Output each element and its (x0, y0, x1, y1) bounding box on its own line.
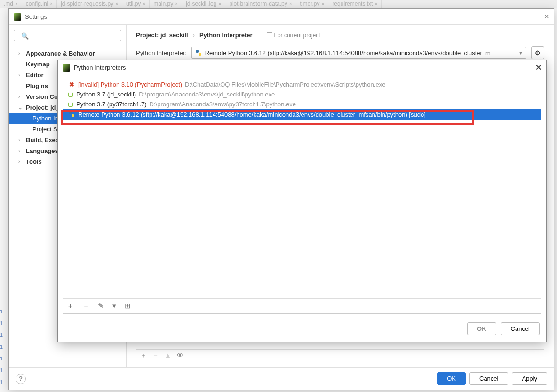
background-editor-tabs: .md× config.ini× jd-spider-requests.py× … (0, 0, 557, 8)
invalid-icon: ✖ (68, 80, 75, 88)
python-icon (68, 111, 75, 118)
breadcrumb-page: Python Interpreter (199, 32, 253, 39)
breadcrumb-project: Project: jd_seckill (136, 32, 188, 39)
app-icon (63, 64, 70, 72)
dialog-footer: ? OK Cancel Apply (9, 367, 554, 390)
ok-button[interactable]: OK (437, 372, 466, 385)
python-interpreters-dialog: Python Interpreters ✕ ✖ [invalid] Python… (57, 60, 547, 342)
interpreter-item-selected[interactable]: Remote Python 3.6.12 (sftp://kaka@192.16… (63, 109, 541, 120)
copy-icon (267, 32, 272, 38)
dialog-titlebar: Settings × (9, 9, 554, 25)
editor-tab[interactable]: requirements.txt× (328, 0, 382, 8)
close-icon[interactable]: ✕ (535, 63, 541, 72)
remove-interpreter-button[interactable]: － (82, 302, 89, 311)
upgrade-package-button[interactable]: ▲ (165, 352, 171, 360)
filter-button[interactable]: ▾ (112, 302, 116, 311)
editor-tab[interactable]: .md× (0, 0, 22, 8)
cancel-button[interactable]: Cancel (501, 322, 540, 335)
popup-title: Python Interpreters (74, 64, 126, 71)
search-input[interactable] (14, 30, 121, 41)
interpreter-list[interactable]: ✖ [invalid] Python 3.10 (PycharmProject)… (63, 77, 541, 298)
chevron-down-icon: ▼ (518, 50, 523, 56)
popup-footer: OK Cancel (58, 318, 546, 342)
breadcrumb: Project: jd_seckill › Python Interpreter… (127, 25, 554, 42)
popup-titlebar: Python Interpreters ✕ (58, 60, 546, 75)
breadcrumb-separator: › (193, 32, 195, 39)
add-package-button[interactable]: ＋ (140, 352, 147, 360)
editor-tab[interactable]: plot-brainstorm-data.py× (225, 0, 296, 8)
tree-appearance[interactable]: ›Appearance & Behavior (9, 48, 126, 59)
interpreter-value: Remote Python 3.6.12 (sftp://kaka@192.16… (205, 49, 491, 56)
remove-package-button[interactable]: － (152, 352, 159, 360)
interpreter-item[interactable]: Python 3.7 (jd_seckill) D:\program\Anaco… (63, 89, 541, 99)
close-icon[interactable]: × (544, 12, 549, 22)
svg-rect-0 (196, 50, 199, 53)
ok-button[interactable]: OK (467, 322, 496, 335)
svg-rect-1 (199, 53, 201, 56)
python-icon (195, 49, 202, 56)
show-early-releases-button[interactable]: 👁 (177, 352, 183, 360)
interpreter-toolbar: ＋ － ✎ ▾ ⊞ (63, 298, 541, 313)
add-interpreter-button[interactable]: ＋ (67, 302, 74, 311)
edit-interpreter-button[interactable]: ✎ (98, 302, 104, 311)
interpreter-item[interactable]: ✖ [invalid] Python 3.10 (PycharmProject)… (63, 79, 541, 89)
svg-rect-3 (72, 114, 74, 117)
editor-tab[interactable]: timer.py× (296, 0, 329, 8)
interpreter-settings-button[interactable]: ⚙ (531, 46, 544, 59)
packages-toolbar: ＋ － ▲ 👁 (136, 349, 544, 362)
loading-icon (68, 92, 73, 97)
app-icon (14, 13, 21, 21)
cancel-button[interactable]: Cancel (469, 372, 508, 385)
editor-tab[interactable]: config.ini× (22, 0, 57, 8)
svg-rect-2 (69, 112, 72, 114)
show-paths-button[interactable]: ⊞ (125, 302, 131, 311)
gear-icon: ⚙ (535, 49, 541, 56)
editor-tab[interactable]: jd-seckill.log× (182, 0, 225, 8)
help-button[interactable]: ? (16, 374, 26, 384)
interpreter-label: Python Interpreter: (136, 49, 187, 56)
interpreter-item[interactable]: Python 3.7 (py37torch1.7) D:\program\Ana… (63, 99, 541, 109)
dialog-title: Settings (25, 13, 47, 20)
loading-icon (68, 102, 73, 107)
scope-label: For current project (267, 32, 320, 39)
editor-tab[interactable]: jd-spider-requests.py× (57, 0, 122, 8)
apply-button[interactable]: Apply (512, 372, 547, 385)
interpreter-dropdown[interactable]: Remote Python 3.6.12 (sftp://kaka@192.16… (191, 47, 526, 59)
editor-tab[interactable]: main.py× (150, 0, 182, 8)
editor-tab[interactable]: util.py× (122, 0, 150, 8)
background-line-numbers: 1111111 (0, 306, 3, 388)
